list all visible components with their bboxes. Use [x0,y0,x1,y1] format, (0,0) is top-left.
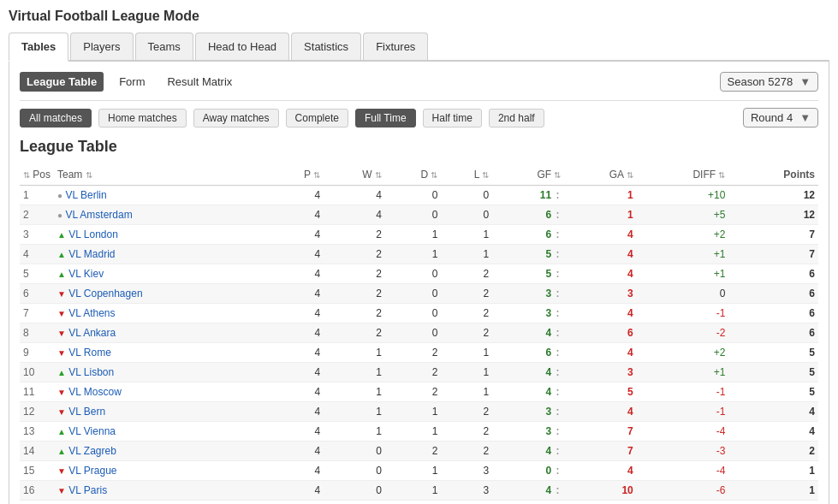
d-cell: 1 [385,402,442,422]
l-cell: 2 [441,402,492,422]
round-arrow-icon: ▼ [799,111,811,124]
col-w[interactable]: W ⇅ [324,164,385,186]
filter-2nd-half[interactable]: 2nd half [489,109,544,127]
col-p[interactable]: P ⇅ [270,164,324,186]
diff-cell: -6 [637,481,729,501]
w-cell: 0 [324,442,385,461]
tab-statistics[interactable]: Statistics [291,33,361,60]
col-gf[interactable]: GF ⇅ [492,164,564,186]
tab-head-to-head[interactable]: Head to Head [195,33,289,60]
col-pos[interactable]: ⇅ Pos [20,164,54,186]
team-link[interactable]: VL London [68,228,118,240]
team-link[interactable]: VL Amsterdam [65,209,132,221]
points-cell: 5 [728,382,818,402]
ga-cell: 4 [564,225,636,245]
team-link[interactable]: VL Ankara [68,327,116,339]
season-selector[interactable]: Season 5278 ▼ [720,72,819,92]
filter-bar-left: All matches Home matches Away matches Co… [20,109,544,127]
filter-full-time[interactable]: Full Time [355,109,416,127]
p-cell: 4 [270,343,324,363]
tab-teams[interactable]: Teams [135,33,193,60]
team-link[interactable]: VL Moscow [68,386,122,398]
tab-fixtures[interactable]: Fixtures [363,33,428,60]
trend-down-icon: ▼ [57,309,66,318]
diff-cell: 0 [637,284,729,304]
subnav-league-table[interactable]: League Table [20,72,104,92]
pos-cell: 7 [20,304,54,323]
team-link[interactable]: VL Copenhagen [68,288,142,299]
filter-all-matches[interactable]: All matches [20,109,92,127]
team-cell: ▼ VL Bern [54,402,270,422]
season-label: Season 5278 [728,75,793,88]
d-cell: 2 [385,363,442,382]
team-link[interactable]: VL Berlin [65,189,106,201]
p-cell: 4 [270,205,324,225]
team-link[interactable]: VL Vienna [68,425,116,437]
trend-neutral-icon: ● [57,210,62,220]
sort-d-icon: ⇅ [431,170,437,180]
tab-players[interactable]: Players [70,33,133,60]
points-cell: 1 [728,481,818,501]
tab-tables[interactable]: Tables [9,33,68,62]
gf-cell: 4 : [492,442,564,461]
points-cell: 5 [728,363,818,382]
filter-half-time[interactable]: Half time [423,109,482,127]
team-link[interactable]: VL Madrid [68,248,115,260]
col-ga[interactable]: GA ⇅ [564,164,636,186]
sort-l-icon: ⇅ [482,170,489,180]
filter-complete[interactable]: Complete [286,109,348,127]
team-cell: ▲ VL Vienna [54,422,270,442]
w-cell: 2 [324,304,385,323]
pos-cell: 8 [20,323,54,343]
gf-cell: 5 : [492,264,564,284]
main-panel: League Table Form Result Matrix Season 5… [9,62,829,504]
col-d[interactable]: D ⇅ [385,164,442,186]
team-link[interactable]: VL Bern [68,406,105,418]
subnav-form[interactable]: Form [112,72,152,92]
gf-cell: 4 : [492,323,564,343]
team-link[interactable]: VL Paris [68,484,107,496]
pos-cell: 2 [20,205,54,225]
col-l[interactable]: L ⇅ [441,164,492,186]
pos-cell: 4 [20,245,54,264]
subnav-result-matrix[interactable]: Result Matrix [160,72,239,92]
w-cell: 4 [324,186,385,205]
trend-down-icon: ▼ [57,289,66,299]
team-cell: ▼ VL Athens [54,304,270,323]
filter-away-matches[interactable]: Away matches [193,109,279,127]
team-link[interactable]: VL Rome [68,347,111,359]
table-row: 8 ▼ VL Ankara 4 2 0 2 4 : 6 -2 6 [20,323,818,343]
ga-cell: 5 [564,382,636,402]
gf-cell: 5 : [492,245,564,264]
w-cell: 2 [324,323,385,343]
col-team[interactable]: Team ⇅ [54,164,270,186]
league-table: ⇅ Pos Team ⇅ P ⇅ W ⇅ D ⇅ L ⇅ GF ⇅ GA ⇅ D… [20,164,818,501]
ga-cell: 4 [564,402,636,422]
pos-cell: 9 [20,343,54,363]
team-cell: ▼ VL Paris [54,481,270,501]
team-link[interactable]: VL Kiev [68,268,104,280]
gf-cell: 3 : [492,304,564,323]
team-link[interactable]: VL Zagreb [68,445,116,457]
gf-cell: 4 : [492,363,564,382]
sort-team-icon: ⇅ [86,170,92,180]
diff-cell: +2 [637,225,729,245]
team-cell: ▼ VL Copenhagen [54,284,270,304]
col-diff[interactable]: DIFF ⇅ [637,164,729,186]
col-points[interactable]: Points [728,164,818,186]
diff-cell: +5 [637,205,729,225]
table-row: 16 ▼ VL Paris 4 0 1 3 4 : 10 -6 1 [20,481,818,501]
filter-home-matches[interactable]: Home matches [98,109,187,127]
pos-cell: 12 [20,402,54,422]
gf-cell: 0 : [492,461,564,481]
w-cell: 2 [324,225,385,245]
d-cell: 1 [385,245,442,264]
team-link[interactable]: VL Lisbon [68,366,114,378]
points-cell: 6 [728,304,818,323]
l-cell: 1 [441,343,492,363]
team-link[interactable]: VL Prague [68,465,116,477]
team-link[interactable]: VL Athens [68,307,115,319]
round-selector[interactable]: Round 4 ▼ [743,108,818,127]
gf-cell: 6 : [492,225,564,245]
sort-diff-icon: ⇅ [718,170,725,180]
